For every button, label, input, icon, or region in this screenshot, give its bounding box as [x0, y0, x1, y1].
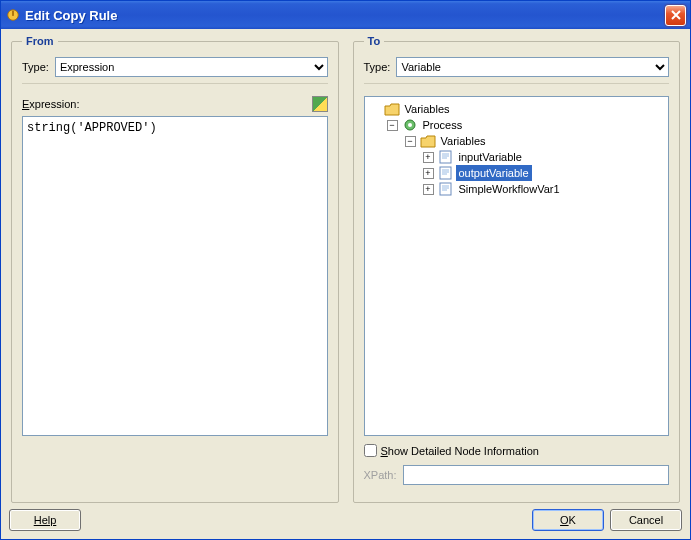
to-panel: To Type: Variable: [353, 35, 681, 503]
from-legend: From: [22, 35, 58, 47]
to-type-label: Type:: [364, 61, 391, 73]
variable-icon: [438, 166, 454, 180]
to-type-select[interactable]: Variable: [396, 57, 669, 77]
tree-expand-icon[interactable]: +: [423, 152, 434, 163]
titlebar[interactable]: Edit Copy Rule: [1, 1, 690, 29]
dialog-window: Edit Copy Rule From Type: Expression Exp…: [0, 0, 691, 540]
close-button[interactable]: [665, 5, 686, 26]
show-detail-checkbox[interactable]: [364, 444, 377, 457]
to-legend: To: [364, 35, 385, 47]
folder-icon: [420, 134, 436, 148]
svg-rect-1: [12, 11, 14, 16]
tree-expand-icon[interactable]: +: [423, 168, 434, 179]
tree-twist-blank: [369, 104, 380, 115]
from-type-select[interactable]: Expression: [55, 57, 328, 77]
tree-label: Variables: [402, 101, 453, 117]
xpath-input[interactable]: [403, 465, 669, 485]
variable-icon: [438, 150, 454, 164]
expression-label: Expression:: [22, 98, 79, 110]
tree-variables-folder[interactable]: − Variables: [405, 133, 667, 149]
tree-label: Process: [420, 117, 466, 133]
dialog-footer: Help OK Cancel: [9, 509, 682, 531]
ok-button[interactable]: OK: [532, 509, 604, 531]
svg-rect-4: [440, 151, 451, 163]
tree-item-outputvariable[interactable]: + outputVariable: [423, 165, 667, 181]
variable-icon: [438, 182, 454, 196]
window-title: Edit Copy Rule: [25, 8, 665, 23]
from-type-label: Type:: [22, 61, 49, 73]
tree-collapse-icon[interactable]: −: [405, 136, 416, 147]
tree-item-inputvariable[interactable]: + inputVariable: [423, 149, 667, 165]
tree-label: Variables: [438, 133, 489, 149]
svg-rect-5: [440, 167, 451, 179]
separator: [22, 83, 328, 84]
expression-textarea[interactable]: [22, 116, 328, 436]
svg-rect-6: [440, 183, 451, 195]
folder-icon: [384, 102, 400, 116]
expression-builder-icon[interactable]: [312, 96, 328, 112]
tree-label: inputVariable: [456, 149, 525, 165]
tree-item-simpleworkflowvar1[interactable]: + SimpleWorkflowVar1: [423, 181, 667, 197]
from-panel: From Type: Expression Expression:: [11, 35, 339, 503]
tree-process[interactable]: − Process: [387, 117, 667, 133]
separator: [364, 83, 670, 84]
tree-label: outputVariable: [456, 165, 532, 181]
cancel-button[interactable]: Cancel: [610, 509, 682, 531]
app-icon: [5, 7, 21, 23]
show-detail-label[interactable]: Show Detailed Node Information: [381, 445, 539, 457]
dialog-body: From Type: Expression Expression: To: [1, 29, 690, 539]
variable-tree[interactable]: Variables − Process: [364, 96, 670, 436]
process-icon: [402, 118, 418, 132]
tree-expand-icon[interactable]: +: [423, 184, 434, 195]
svg-point-3: [408, 123, 412, 127]
xpath-label: XPath:: [364, 469, 397, 481]
tree-label: SimpleWorkflowVar1: [456, 181, 563, 197]
help-button[interactable]: Help: [9, 509, 81, 531]
tree-root-variables[interactable]: Variables: [369, 101, 667, 117]
tree-collapse-icon[interactable]: −: [387, 120, 398, 131]
panels: From Type: Expression Expression: To: [9, 35, 682, 503]
